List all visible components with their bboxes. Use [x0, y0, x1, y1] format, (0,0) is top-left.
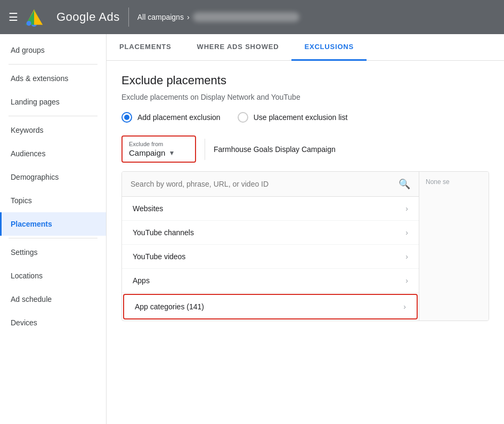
sidebar-item-placements[interactable]: Placements — [0, 212, 106, 236]
list-item-label: Websites — [133, 204, 163, 213]
radio-use-list[interactable]: Use placement exclusion list — [238, 112, 348, 123]
google-ads-logo-icon — [25, 7, 44, 27]
selected-panel-text: None se — [426, 178, 450, 186]
sidebar-item-audiences[interactable]: Audiences — [0, 142, 106, 165]
app-header: ☰ Google Ads All campaigns › — [0, 0, 504, 34]
list-item-youtube-channels[interactable]: YouTube channels › — [122, 221, 419, 245]
svg-point-7 — [27, 21, 31, 26]
sidebar-item-locations[interactable]: Locations — [0, 264, 106, 287]
chevron-right-icon: › — [405, 228, 408, 237]
list-item-label: App categories (141) — [135, 302, 204, 311]
sidebar-item-devices[interactable]: Devices — [0, 311, 106, 334]
dropdown-arrow-icon: ▼ — [168, 149, 175, 157]
radio-circle-selected — [121, 112, 132, 123]
sidebar-item-keywords[interactable]: Keywords — [0, 118, 106, 142]
search-list-container: 🔍 Websites › YouTube channels › YouTube … — [121, 171, 489, 321]
sidebar-item-demographics[interactable]: Demographics — [0, 165, 106, 189]
breadcrumb-label[interactable]: All campaigns — [137, 13, 184, 21]
radio-label-use-list: Use placement exclusion list — [254, 113, 348, 122]
exclude-from-dropdown[interactable]: Exclude from Campaign ▼ — [121, 135, 196, 163]
sidebar-item-ads-extensions[interactable]: Ads & extensions — [0, 67, 106, 90]
app-name: Google Ads — [56, 10, 120, 24]
breadcrumb-arrow: › — [187, 13, 190, 21]
tabs-bar: PLACEMENTS WHERE ADS SHOWED EXCLUSIONS — [107, 34, 504, 61]
exclude-from-label: Exclude from — [129, 141, 189, 147]
header-divider — [128, 7, 129, 27]
sidebar: Ad groups Ads & extensions Landing pages… — [0, 34, 107, 424]
page-subtitle: Exclude placements on Display Network an… — [121, 93, 489, 101]
main-layout: Ad groups Ads & extensions Landing pages… — [0, 34, 504, 424]
search-bar: 🔍 — [122, 172, 419, 197]
list-item-websites[interactable]: Websites › — [122, 197, 419, 221]
chevron-right-icon: › — [405, 276, 408, 285]
sidebar-item-settings[interactable]: Settings — [0, 241, 106, 264]
exclude-from-value: Campaign — [129, 148, 165, 157]
breadcrumb-blurred — [193, 12, 299, 22]
sidebar-divider-3 — [9, 238, 97, 238]
radio-add-exclusion[interactable]: Add placement exclusion — [121, 112, 221, 123]
list-item-youtube-videos[interactable]: YouTube videos › — [122, 245, 419, 269]
campaign-separator — [205, 139, 205, 160]
radio-label-add-exclusion: Add placement exclusion — [137, 113, 221, 122]
sidebar-divider — [9, 64, 97, 65]
search-input[interactable] — [131, 180, 399, 188]
tab-exclusions[interactable]: EXCLUSIONS — [291, 34, 367, 61]
page-content: Exclude placements Exclude placements on… — [107, 61, 504, 424]
campaign-name: Farmhouse Goals Display Campaign — [214, 145, 336, 154]
exclude-value-row: Campaign ▼ — [129, 148, 189, 157]
sidebar-item-ad-schedule[interactable]: Ad schedule — [0, 287, 106, 311]
exclude-row: Exclude from Campaign ▼ Farmhouse Goals … — [121, 135, 489, 163]
search-panel: 🔍 Websites › YouTube channels › YouTube … — [122, 172, 419, 321]
tab-placements[interactable]: PLACEMENTS — [107, 34, 184, 61]
sidebar-item-ad-groups[interactable]: Ad groups — [0, 38, 106, 62]
sidebar-item-topics[interactable]: Topics — [0, 189, 106, 212]
list-item-apps[interactable]: Apps › — [122, 269, 419, 293]
main-content: PLACEMENTS WHERE ADS SHOWED EXCLUSIONS E… — [107, 34, 504, 424]
sidebar-item-landing-pages[interactable]: Landing pages — [0, 90, 106, 114]
app-logo — [25, 7, 48, 27]
chevron-right-icon: › — [405, 252, 408, 261]
search-icon: 🔍 — [399, 178, 410, 190]
menu-icon[interactable]: ☰ — [9, 11, 18, 23]
radio-circle-unselected — [238, 112, 248, 123]
tab-where-ads-showed[interactable]: WHERE ADS SHOWED — [184, 34, 292, 61]
list-item-label: Apps — [133, 276, 150, 285]
sidebar-divider-2 — [9, 116, 97, 116]
list-item-label: YouTube videos — [133, 252, 185, 261]
selected-panel: None se — [419, 172, 489, 321]
radio-group: Add placement exclusion Use placement ex… — [121, 112, 489, 123]
breadcrumb: All campaigns › — [137, 12, 299, 22]
list-item-app-categories[interactable]: App categories (141) › — [123, 294, 418, 319]
page-title: Exclude placements — [121, 74, 489, 87]
list-item-label: YouTube channels — [133, 228, 194, 237]
chevron-right-icon: › — [405, 204, 408, 213]
chevron-right-icon: › — [403, 302, 406, 311]
